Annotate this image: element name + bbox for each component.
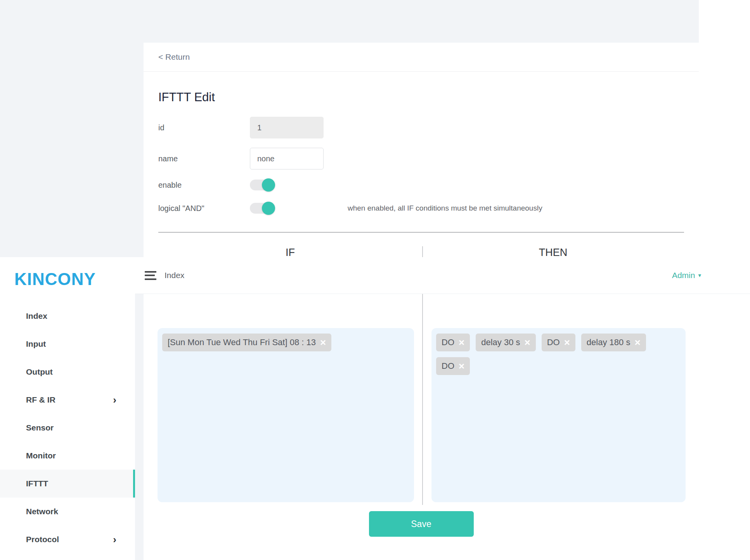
name-label: name [158,154,250,163]
remove-action-icon[interactable]: × [524,337,530,347]
logical-and-toggle-knob [262,202,275,215]
admin-menu[interactable]: Admin ▾ [672,271,701,280]
if-condition-tag: [Sun Mon Tue Wed Thu Fri Sat] 08 : 13 × [162,334,331,351]
then-action-tag: delay 30 s × [476,334,535,351]
remove-action-icon[interactable]: × [634,337,640,347]
sidebar-item-label: Network [26,507,58,516]
remove-condition-icon[interactable]: × [320,337,326,347]
chevron-right-icon: › [113,395,116,405]
if-section-label: IF [286,247,295,258]
sidebar-item-ifttt[interactable]: IFTTT [0,470,135,498]
content-card: < Return IFTTT Edit id name enable logi [144,43,699,560]
sidebar-item-input[interactable]: Input [0,330,135,358]
sidebar-item-protocol[interactable]: Protocol › [0,525,135,553]
sidebar-item-label: Index [26,311,47,321]
logical-and-note: when enabled, all IF conditions must be … [348,204,542,213]
if-condition-text: [Sun Mon Tue Wed Thu Fri Sat] 08 : 13 [168,337,316,347]
return-link[interactable]: < Return [158,52,190,62]
page: < Return IFTTT Edit id name enable logi [0,0,750,560]
save-row: Save [144,511,699,537]
name-row: name [158,148,684,169]
sidebar-item-label: Protocol [26,535,59,544]
chevron-down-icon: ▾ [698,272,701,279]
then-action-text: DO [442,361,454,371]
enable-toggle-knob [262,178,275,192]
remove-action-icon[interactable]: × [564,337,570,347]
sidebar-nav: Index Input Output RF & IR › Sensor Moni… [0,302,135,553]
return-bar: < Return [144,43,699,72]
remove-action-icon[interactable]: × [459,337,464,347]
id-input [250,117,324,138]
sidebar-item-label: Monitor [26,451,56,460]
form-divider [158,232,684,233]
then-actions-panel: DO × delay 30 s × DO × delay 180 s × DO … [431,328,686,502]
app-header: Index Admin ▾ [135,257,750,294]
logical-and-label: logical "AND" [158,204,250,213]
then-action-text: delay 180 s [587,337,630,347]
then-section-label: THEN [539,247,568,258]
sidebar-item-label: RF & IR [26,395,55,404]
enable-label: enable [158,181,250,190]
kincony-logo: KINCONY [0,257,135,289]
menu-icon[interactable] [145,271,156,280]
top-background [0,0,699,43]
sidebar-item-output[interactable]: Output [0,358,135,386]
enable-row: enable [158,178,684,192]
ifttt-form: id name enable logical "AND" when enable… [158,117,684,215]
header-page-title: Index [165,271,184,280]
then-action-text: delay 30 s [481,337,520,347]
sidebar-item-label: IFTTT [26,479,48,488]
sidebar-item-label: Sensor [26,423,54,432]
then-action-text: DO [442,337,454,347]
name-input[interactable] [250,148,324,169]
chevron-right-icon: › [113,534,116,544]
then-action-tag: DO × [436,357,470,375]
then-action-tag: delay 180 s × [581,334,646,351]
if-conditions-panel: [Sun Mon Tue Wed Thu Fri Sat] 08 : 13 × [158,328,414,502]
enable-toggle[interactable] [250,180,274,190]
sidebar-item-sensor[interactable]: Sensor [0,414,135,442]
sidebar: KINCONY Index Input Output RF & IR › Sen… [0,257,135,560]
sidebar-item-network[interactable]: Network [0,498,135,525]
id-label: id [158,123,250,132]
then-action-text: DO [547,337,560,347]
sidebar-item-index[interactable]: Index [0,302,135,330]
then-action-tag: DO × [542,334,575,351]
id-row: id [158,117,684,138]
admin-menu-label: Admin [672,271,695,280]
sidebar-item-monitor[interactable]: Monitor [0,442,135,470]
remove-action-icon[interactable]: × [459,361,464,371]
sidebar-item-label: Output [26,367,53,377]
ifttt-edit-content: IFTTT Edit id name enable logical "AND" [144,90,699,259]
logical-and-row: logical "AND" when enabled, all IF condi… [158,202,684,215]
save-button[interactable]: Save [369,511,474,537]
logical-and-toggle[interactable] [250,203,274,214]
sidebar-item-label: Input [26,339,46,349]
sidebar-item-rf-ir[interactable]: RF & IR › [0,386,135,414]
then-action-tag: DO × [436,334,470,351]
page-title: IFTTT Edit [158,90,684,104]
